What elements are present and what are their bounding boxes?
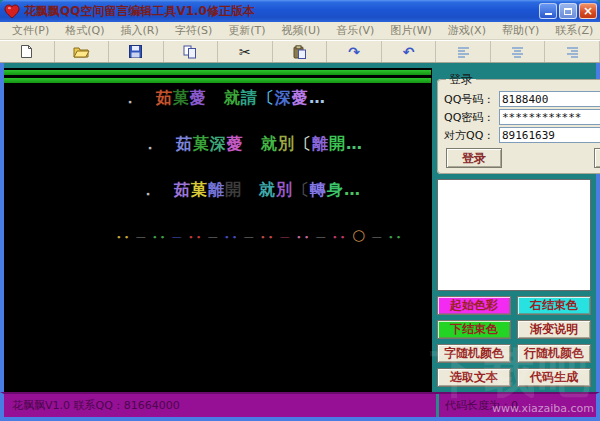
- char-random-color-button[interactable]: 字随机颜色: [437, 344, 511, 363]
- status-left-text: 花飘飘V1.0 联系QQ：81664000: [4, 398, 436, 413]
- redo-button[interactable]: ↷: [327, 41, 382, 62]
- open-folder-icon: [73, 45, 90, 58]
- window-title: 花飘飘QQ空间留言编辑工具V1.0修正版本: [24, 3, 539, 20]
- align-center-button[interactable]: [491, 41, 546, 62]
- new-document-icon: [20, 44, 33, 59]
- app-window: 花飘飘QQ空间留言编辑工具V1.0修正版本 × 文件(P)格式(Q)插入(R)字…: [0, 0, 600, 421]
- menu-item-file[interactable]: 文件(P): [4, 23, 57, 38]
- align-left-icon: [457, 46, 470, 58]
- open-folder-button[interactable]: [55, 41, 110, 62]
- copy-button[interactable]: [164, 41, 219, 62]
- color-button-grid: 起始色彩右结束色下结束色渐变说明字随机颜色行随机颜色选取文本代码生成: [437, 296, 591, 388]
- menu-item-contact[interactable]: 联系(Z): [547, 23, 600, 38]
- status-code-length: 代码长度为：0: [436, 394, 596, 417]
- green-divider-top: [4, 70, 431, 75]
- qq-number-label: QQ号码：: [444, 92, 499, 107]
- title-bar: 花飘飘QQ空间留言编辑工具V1.0修正版本 ×: [0, 0, 600, 22]
- paste-button[interactable]: [273, 41, 328, 62]
- editor-line-4: ∙∙ ― ∙∙ ― ∙∙ ― ∙∙ ― ∙∙ ― ∙∙ ― ∙∙ ○ ― ∙∙: [116, 226, 403, 244]
- select-text-button[interactable]: 选取文本: [437, 368, 511, 387]
- qq-number-input[interactable]: [499, 91, 600, 107]
- green-divider-bottom: [4, 78, 431, 83]
- message-list-box[interactable]: [437, 179, 591, 291]
- close-button[interactable]: ×: [579, 3, 597, 19]
- menu-item-help[interactable]: 帮助(Y): [494, 23, 547, 38]
- menu-bar: 文件(P)格式(Q)插入(R)字符(S)更新(T)视频(U)音乐(V)图片(W)…: [0, 22, 600, 40]
- maximize-button[interactable]: [559, 3, 577, 19]
- client-area: ． 茹菓薆 就請〔深薆…． 茹菓深薆 就別〔離開…． 茹菓離開 就別〔轉身…∙∙…: [0, 63, 600, 392]
- menu-item-music[interactable]: 音乐(V): [328, 23, 382, 38]
- editor-line-1: ． 茹菓薆 就請〔深薆…: [122, 88, 326, 109]
- right-panel: 登录 QQ号码： QQ密码： 对方QQ： 登录 留言: [432, 68, 596, 392]
- login-group-title: 登录: [446, 71, 476, 88]
- menu-item-insert[interactable]: 插入(R): [112, 23, 166, 38]
- login-button[interactable]: 登录: [446, 148, 502, 168]
- align-right-button[interactable]: [545, 41, 600, 62]
- qq-password-label: QQ密码：: [444, 110, 499, 125]
- minimize-button[interactable]: [539, 3, 557, 19]
- editor-line-2: ． 茹菓深薆 就別〔離開…: [142, 134, 363, 155]
- message-button[interactable]: 留言: [594, 148, 600, 168]
- right-end-color-button[interactable]: 右结束色: [517, 296, 591, 315]
- toolbar: ✂↷↶: [0, 40, 600, 63]
- line-random-color-button[interactable]: 行随机颜色: [517, 344, 591, 363]
- qq-password-input[interactable]: [499, 109, 600, 125]
- align-right-icon: [566, 46, 579, 58]
- redo-icon: ↷: [348, 45, 360, 59]
- save-button[interactable]: [109, 41, 164, 62]
- maximize-icon: [564, 8, 572, 15]
- target-qq-input[interactable]: [499, 127, 600, 143]
- save-icon: [129, 45, 142, 58]
- start-color-button[interactable]: 起始色彩: [437, 296, 511, 315]
- menu-item-format[interactable]: 格式(Q): [57, 23, 112, 38]
- editor-area[interactable]: ． 茹菓薆 就請〔深薆…． 茹菓深薆 就別〔離開…． 茹菓離開 就別〔轉身…∙∙…: [4, 68, 432, 392]
- align-center-icon: [511, 46, 524, 58]
- qq-password-row: QQ密码：: [444, 109, 600, 125]
- window-bottom-border: [0, 417, 600, 421]
- generate-code-button[interactable]: 代码生成: [517, 368, 591, 387]
- qq-number-row: QQ号码：: [444, 91, 600, 107]
- menu-item-update[interactable]: 更新(T): [220, 23, 273, 38]
- menu-item-game[interactable]: 游戏(X): [440, 23, 494, 38]
- copy-icon: [183, 45, 197, 59]
- cut-button[interactable]: ✂: [218, 41, 273, 62]
- window-controls: ×: [539, 3, 597, 19]
- cut-icon: ✂: [239, 45, 251, 59]
- align-left-button[interactable]: [436, 41, 491, 62]
- down-end-color-button[interactable]: 下结束色: [437, 320, 511, 339]
- login-button-row: 登录 留言: [444, 148, 600, 168]
- status-bar: 花飘飘V1.0 联系QQ：81664000 代码长度为：0: [0, 392, 600, 417]
- menu-item-video[interactable]: 视频(U): [274, 23, 329, 38]
- app-heart-icon: [4, 4, 20, 19]
- target-qq-row: 对方QQ：: [444, 127, 600, 143]
- editor-line-3: ． 茹菓離開 就別〔轉身…: [140, 180, 361, 201]
- menu-item-char[interactable]: 字符(S): [167, 23, 221, 38]
- gradient-help-button[interactable]: 渐变说明: [517, 320, 591, 339]
- paste-icon: [293, 45, 306, 59]
- target-qq-label: 对方QQ：: [444, 128, 499, 143]
- minimize-icon: [545, 7, 552, 15]
- undo-icon: ↶: [403, 45, 415, 59]
- login-group: 登录 QQ号码： QQ密码： 对方QQ： 登录 留言: [437, 71, 600, 174]
- menu-item-image[interactable]: 图片(W): [382, 23, 439, 38]
- new-document-button[interactable]: [0, 41, 55, 62]
- undo-button[interactable]: ↶: [382, 41, 437, 62]
